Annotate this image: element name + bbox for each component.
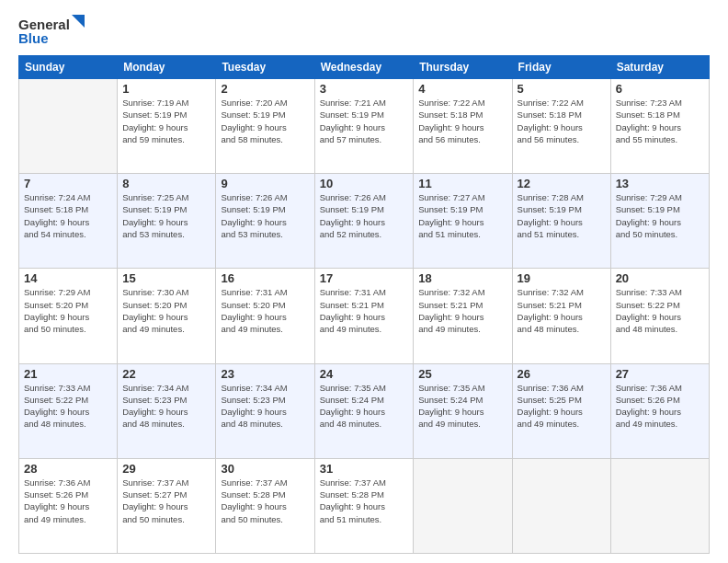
calendar-table: SundayMondayTuesdayWednesdayThursdayFrid… <box>18 55 710 554</box>
day-info: Sunrise: 7:31 AMSunset: 5:20 PMDaylight:… <box>221 286 309 335</box>
calendar-cell: 31Sunrise: 7:37 AMSunset: 5:28 PMDayligh… <box>314 458 414 553</box>
calendar-cell: 8Sunrise: 7:25 AMSunset: 5:19 PMDaylight… <box>118 174 216 269</box>
calendar-cell <box>512 458 610 553</box>
day-info: Sunrise: 7:34 AMSunset: 5:23 PMDaylight:… <box>221 382 309 431</box>
day-number: 31 <box>320 462 409 476</box>
day-info: Sunrise: 7:19 AMSunset: 5:19 PMDaylight:… <box>122 97 210 145</box>
calendar-cell: 2Sunrise: 7:20 AMSunset: 5:19 PMDaylight… <box>216 79 314 174</box>
calendar-cell: 11Sunrise: 7:27 AMSunset: 5:19 PMDayligh… <box>414 174 512 269</box>
logo-text-blue: Blue <box>18 30 49 46</box>
day-number: 24 <box>320 367 409 381</box>
calendar-row-1: 1Sunrise: 7:19 AMSunset: 5:19 PMDaylight… <box>19 79 710 174</box>
calendar-cell: 29Sunrise: 7:37 AMSunset: 5:27 PMDayligh… <box>118 458 216 553</box>
day-info: Sunrise: 7:26 AMSunset: 5:19 PMDaylight:… <box>221 191 309 240</box>
day-info: Sunrise: 7:21 AMSunset: 5:19 PMDaylight:… <box>320 97 409 145</box>
day-number: 19 <box>518 271 606 285</box>
calendar-cell: 23Sunrise: 7:34 AMSunset: 5:23 PMDayligh… <box>216 363 314 458</box>
calendar-cell: 20Sunrise: 7:33 AMSunset: 5:22 PMDayligh… <box>610 269 709 363</box>
calendar-cell: 1Sunrise: 7:19 AMSunset: 5:19 PMDaylight… <box>118 79 216 174</box>
day-info: Sunrise: 7:33 AMSunset: 5:22 PMDaylight:… <box>616 286 704 335</box>
day-number: 3 <box>320 82 409 96</box>
day-info: Sunrise: 7:30 AMSunset: 5:20 PMDaylight:… <box>122 286 210 335</box>
weekday-header-thursday: Thursday <box>414 56 512 79</box>
day-info: Sunrise: 7:29 AMSunset: 5:20 PMDaylight:… <box>24 286 112 335</box>
calendar-cell: 25Sunrise: 7:35 AMSunset: 5:24 PMDayligh… <box>414 363 512 458</box>
day-info: Sunrise: 7:32 AMSunset: 5:21 PMDaylight:… <box>418 286 506 335</box>
day-number: 7 <box>24 177 112 190</box>
calendar-cell: 14Sunrise: 7:29 AMSunset: 5:20 PMDayligh… <box>19 269 118 363</box>
day-number: 26 <box>518 367 606 381</box>
day-number: 29 <box>122 462 210 476</box>
calendar-cell: 15Sunrise: 7:30 AMSunset: 5:20 PMDayligh… <box>118 269 216 363</box>
day-number: 27 <box>616 367 704 381</box>
day-info: Sunrise: 7:32 AMSunset: 5:21 PMDaylight:… <box>518 286 606 335</box>
day-number: 28 <box>24 462 112 476</box>
day-info: Sunrise: 7:29 AMSunset: 5:19 PMDaylight:… <box>616 191 704 240</box>
day-number: 1 <box>122 82 210 96</box>
logo-graphic: General Blue <box>18 17 70 46</box>
day-info: Sunrise: 7:22 AMSunset: 5:18 PMDaylight:… <box>418 97 506 145</box>
calendar-cell: 6Sunrise: 7:23 AMSunset: 5:18 PMDaylight… <box>610 79 709 174</box>
day-info: Sunrise: 7:20 AMSunset: 5:19 PMDaylight:… <box>221 97 309 145</box>
day-number: 4 <box>418 82 506 96</box>
weekday-header-wednesday: Wednesday <box>314 56 414 79</box>
day-number: 2 <box>221 82 309 96</box>
weekday-header-row: SundayMondayTuesdayWednesdayThursdayFrid… <box>19 56 710 79</box>
svg-marker-0 <box>72 15 85 28</box>
day-info: Sunrise: 7:26 AMSunset: 5:19 PMDaylight:… <box>320 191 409 240</box>
day-info: Sunrise: 7:36 AMSunset: 5:26 PMDaylight:… <box>616 382 704 431</box>
day-number: 5 <box>518 82 606 96</box>
day-info: Sunrise: 7:36 AMSunset: 5:26 PMDaylight:… <box>24 477 112 525</box>
day-number: 9 <box>221 177 309 190</box>
day-number: 15 <box>122 271 210 285</box>
day-number: 13 <box>616 177 704 190</box>
day-info: Sunrise: 7:36 AMSunset: 5:25 PMDaylight:… <box>518 382 606 431</box>
day-info: Sunrise: 7:25 AMSunset: 5:19 PMDaylight:… <box>122 191 210 240</box>
weekday-header-sunday: Sunday <box>19 56 118 79</box>
day-number: 20 <box>616 271 704 285</box>
calendar-cell: 7Sunrise: 7:24 AMSunset: 5:18 PMDaylight… <box>19 174 118 269</box>
calendar-row-4: 21Sunrise: 7:33 AMSunset: 5:22 PMDayligh… <box>19 363 710 458</box>
calendar-cell: 17Sunrise: 7:31 AMSunset: 5:21 PMDayligh… <box>314 269 414 363</box>
day-number: 25 <box>418 367 506 381</box>
calendar-cell: 10Sunrise: 7:26 AMSunset: 5:19 PMDayligh… <box>314 174 414 269</box>
calendar-cell <box>414 458 512 553</box>
calendar-cell: 3Sunrise: 7:21 AMSunset: 5:19 PMDaylight… <box>314 79 414 174</box>
calendar-cell: 16Sunrise: 7:31 AMSunset: 5:20 PMDayligh… <box>216 269 314 363</box>
day-info: Sunrise: 7:35 AMSunset: 5:24 PMDaylight:… <box>418 382 506 431</box>
day-info: Sunrise: 7:33 AMSunset: 5:22 PMDaylight:… <box>24 382 112 431</box>
day-number: 23 <box>221 367 309 381</box>
day-info: Sunrise: 7:28 AMSunset: 5:19 PMDaylight:… <box>518 191 606 240</box>
day-number: 14 <box>24 271 112 285</box>
weekday-header-saturday: Saturday <box>610 56 709 79</box>
calendar-cell: 27Sunrise: 7:36 AMSunset: 5:26 PMDayligh… <box>610 363 709 458</box>
day-number: 10 <box>320 177 409 190</box>
day-info: Sunrise: 7:34 AMSunset: 5:23 PMDaylight:… <box>122 382 210 431</box>
calendar-page: General Blue SundayMondayTuesdayWednesda… <box>0 0 728 563</box>
day-number: 30 <box>221 462 309 476</box>
logo: General Blue <box>18 17 70 46</box>
weekday-header-friday: Friday <box>512 56 610 79</box>
calendar-cell: 22Sunrise: 7:34 AMSunset: 5:23 PMDayligh… <box>118 363 216 458</box>
calendar-cell: 18Sunrise: 7:32 AMSunset: 5:21 PMDayligh… <box>414 269 512 363</box>
header: General Blue <box>18 17 710 46</box>
day-number: 16 <box>221 271 309 285</box>
calendar-cell <box>610 458 709 553</box>
calendar-cell: 9Sunrise: 7:26 AMSunset: 5:19 PMDaylight… <box>216 174 314 269</box>
day-number: 21 <box>24 367 112 381</box>
weekday-header-monday: Monday <box>118 56 216 79</box>
calendar-cell: 13Sunrise: 7:29 AMSunset: 5:19 PMDayligh… <box>610 174 709 269</box>
calendar-cell: 21Sunrise: 7:33 AMSunset: 5:22 PMDayligh… <box>19 363 118 458</box>
calendar-cell: 12Sunrise: 7:28 AMSunset: 5:19 PMDayligh… <box>512 174 610 269</box>
day-number: 18 <box>418 271 506 285</box>
day-info: Sunrise: 7:23 AMSunset: 5:18 PMDaylight:… <box>616 97 704 145</box>
calendar-row-3: 14Sunrise: 7:29 AMSunset: 5:20 PMDayligh… <box>19 269 710 363</box>
day-number: 17 <box>320 271 409 285</box>
day-number: 8 <box>122 177 210 190</box>
calendar-cell: 24Sunrise: 7:35 AMSunset: 5:24 PMDayligh… <box>314 363 414 458</box>
calendar-cell: 30Sunrise: 7:37 AMSunset: 5:28 PMDayligh… <box>216 458 314 553</box>
day-info: Sunrise: 7:31 AMSunset: 5:21 PMDaylight:… <box>320 286 409 335</box>
day-number: 11 <box>418 177 506 190</box>
day-info: Sunrise: 7:37 AMSunset: 5:28 PMDaylight:… <box>221 477 309 525</box>
day-info: Sunrise: 7:37 AMSunset: 5:27 PMDaylight:… <box>122 477 210 525</box>
